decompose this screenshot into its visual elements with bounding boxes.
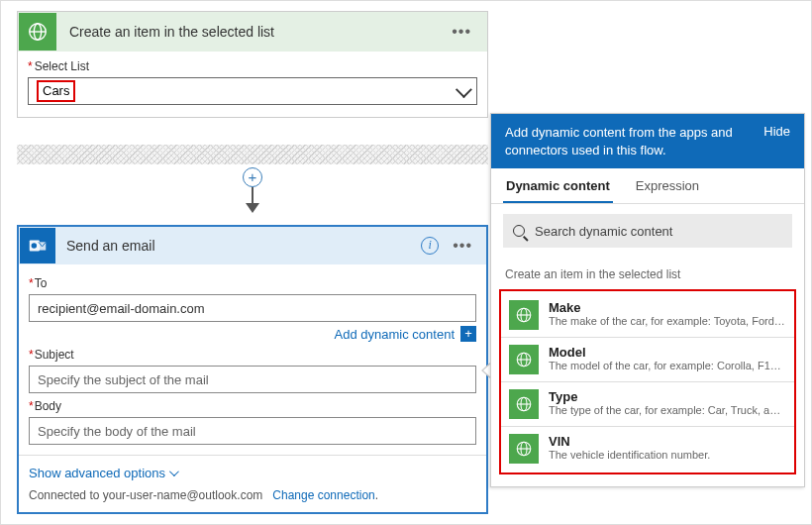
dc-item-title: VIN (549, 434, 710, 449)
globe-icon (509, 300, 539, 330)
select-list-value: Cars (37, 80, 75, 102)
body-input[interactable] (29, 417, 476, 445)
create-item-card: Create an item in the selected list ••• … (17, 11, 488, 118)
flow-arrow: + (243, 167, 262, 229)
body-label: *Body (29, 399, 476, 413)
panel-header-text: Add dynamic content from the apps and co… (505, 124, 754, 158)
dynamic-content-item-vin[interactable]: VIN The vehicle identification number. (501, 427, 794, 471)
panel-hide-button[interactable]: Hide (763, 124, 790, 158)
dc-item-desc: The make of the car, for example: Toyota… (549, 315, 786, 327)
add-dynamic-content-icon[interactable]: + (460, 326, 476, 342)
subject-label: *Subject (29, 348, 476, 362)
to-label: *To (29, 276, 476, 290)
dc-item-desc: The model of the car, for example: Corol… (549, 360, 786, 371)
dynamic-content-list: Make The make of the car, for example: T… (499, 289, 796, 474)
globe-icon (509, 389, 539, 419)
dc-item-desc: The vehicle identification number. (549, 449, 710, 461)
search-input[interactable]: Search dynamic content (503, 214, 792, 248)
change-connection-link[interactable]: Change connection (272, 488, 374, 502)
add-step-button[interactable]: + (243, 167, 262, 187)
card2-more-icon[interactable]: ••• (449, 237, 476, 255)
chevron-down-icon (456, 81, 472, 98)
svg-point-4 (32, 243, 37, 249)
add-dynamic-row: Add dynamic content + (29, 326, 476, 342)
arrow-head-icon (246, 203, 259, 213)
add-dynamic-content-link[interactable]: Add dynamic content (335, 327, 455, 342)
dynamic-content-item-type[interactable]: Type The type of the car, for example: C… (501, 382, 794, 427)
panel-tabs: Dynamic content Expression (491, 168, 804, 204)
dc-item-title: Type (549, 389, 786, 404)
globe-icon (19, 13, 56, 51)
send-email-footer: Show advanced options Connected to your-… (19, 455, 486, 512)
send-email-body: *To Add dynamic content + *Subject *Body (19, 264, 486, 455)
card1-more-icon[interactable]: ••• (448, 23, 475, 41)
panel-header: Add dynamic content from the apps and co… (491, 114, 804, 168)
tab-expression[interactable]: Expression (633, 168, 702, 203)
dc-item-title: Model (549, 345, 786, 360)
show-advanced-options[interactable]: Show advanced options (29, 466, 176, 480)
chevron-down-icon (169, 467, 179, 476)
dynamic-content-item-make[interactable]: Make The make of the car, for example: T… (501, 293, 794, 338)
dynamic-content-panel: Add dynamic content from the apps and co… (490, 113, 805, 487)
dc-item-title: Make (549, 300, 786, 315)
info-icon[interactable]: i (421, 237, 439, 255)
search-icon (513, 225, 525, 237)
dynamic-content-item-model[interactable]: Model The model of the car, for example:… (501, 338, 794, 382)
globe-icon (509, 345, 539, 374)
subject-input[interactable] (29, 366, 476, 393)
separator-noise (17, 145, 488, 164)
search-placeholder: Search dynamic content (535, 224, 672, 239)
create-item-header: Create an item in the selected list ••• (18, 12, 487, 52)
to-input[interactable] (29, 294, 476, 322)
outlook-icon (20, 228, 55, 263)
send-email-title: Send an email (66, 238, 421, 254)
create-item-body: *Select List Cars (18, 52, 487, 117)
arrow-shaft (252, 187, 254, 203)
tab-dynamic-content[interactable]: Dynamic content (503, 168, 613, 203)
panel-search-wrap: Search dynamic content (491, 204, 804, 258)
select-list-dropdown[interactable]: Cars (28, 77, 477, 105)
send-email-header: Send an email i ••• (19, 227, 486, 264)
dc-item-desc: The type of the car, for example: Car, T… (549, 404, 786, 416)
send-email-card: Send an email i ••• *To Add dynamic cont… (17, 225, 488, 514)
connection-info: Connected to your-user-name@outlook.com … (29, 488, 476, 502)
create-item-title: Create an item in the selected list (69, 24, 448, 40)
globe-icon (509, 434, 539, 464)
panel-section-label: Create an item in the selected list (491, 258, 804, 289)
select-list-label: *Select List (28, 59, 477, 73)
